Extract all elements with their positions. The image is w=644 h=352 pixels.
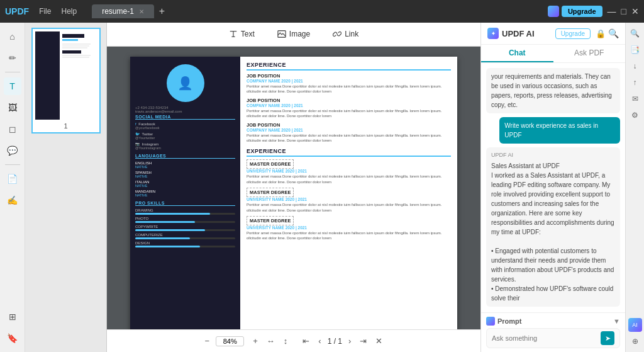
social-media-title: SOCIAL MEDIA (135, 115, 235, 120)
far-right-panel: 🔍 📑 ↓ ↑ ✉ ⚙ AI ⊕ (625, 23, 644, 352)
edu-1: MASTER DEGREE UNIVERSITY NAME 2020 | 202… (247, 159, 451, 185)
sidebar-page-icon[interactable]: 📄 (4, 170, 21, 188)
fr-ai-icon[interactable]: AI (628, 318, 642, 332)
ai-msg-2-text: Sales Assistant at UPDF I worked as a Sa… (491, 161, 615, 303)
resume-right-column: EXPERIENCE JOB POSITION COMPANY NAME 202… (240, 57, 457, 329)
edit-toolbar: Text Image Link (107, 23, 480, 47)
ai-search-icon[interactable]: 🔍 (608, 28, 619, 38)
tab-chat[interactable]: Chat (481, 45, 553, 62)
resume-content: 👤 +2 434-232-534234 travis.anderson@emai… (130, 57, 457, 329)
job-3-title: JOB POSITION (247, 122, 451, 128)
ai-upgrade-button[interactable]: Upgrade (555, 28, 591, 39)
social-media-list: f Facebook @yourfacebook 🐦 Twitter @Your… (135, 122, 235, 150)
job-3-company: COMPANY NAME 2020 | 2021 (247, 128, 451, 132)
pdf-area[interactable]: 👤 +2 434-232-534234 travis.anderson@emai… (107, 47, 480, 329)
sidebar-image-icon[interactable]: 🖼 (4, 99, 21, 116)
ai-send-button[interactable]: ➤ (601, 331, 614, 345)
lock-icon: 🔒 (596, 29, 606, 38)
ai-message-2: UPDF AI Sales Assistant at UPDF I worked… (486, 147, 620, 307)
window-controls: — □ ✕ (608, 6, 639, 16)
edu-3: MASTER DEGREE UNIVERSITY NAME 2020 | 202… (247, 216, 451, 241)
tab-close-icon[interactable]: ✕ (139, 8, 144, 15)
sidebar-layers-icon[interactable]: ⊞ (4, 308, 21, 326)
mini-resume (35, 31, 97, 120)
ai-tabs: Chat Ask PDF (481, 45, 625, 63)
fr-download-icon[interactable]: ↓ (628, 59, 642, 73)
link-icon (333, 30, 341, 38)
edu-3-degree: MASTER DEGREE (247, 216, 294, 225)
updf-icon (548, 6, 559, 17)
thumbnail-image (35, 31, 97, 120)
next-page-icon[interactable]: › (346, 335, 353, 347)
prev-page-icon[interactable]: ‹ (316, 335, 323, 347)
fr-share-icon[interactable]: ↑ (628, 76, 642, 89)
job-1: JOB POSITION COMPANY NAME 2020 | 2021 Po… (247, 73, 451, 94)
ai-message-1: your requirements and materials. They ca… (486, 68, 620, 113)
tab-ask-pdf[interactable]: Ask PDF (553, 45, 626, 62)
lang-spanish: SPANISHNATIVE (135, 171, 235, 178)
last-page-icon[interactable]: ⇥ (357, 335, 369, 347)
lang-italian: ITALIANNATIVE (135, 180, 235, 188)
edu-1-desc: Porttitor amet massa Done cporttitor dol… (247, 174, 451, 185)
job-1-desc: Porttitor amet massa Done cporttitor dol… (247, 84, 451, 94)
main-area: ⌂ ✏ T 🖼 ◻ 💬 📄 ✍ ⊞ 🔖 (0, 23, 644, 352)
edu-2-school: UNIVERSITY NAME 2020 | 2021 (247, 197, 451, 202)
skill-design: DESIGN (135, 241, 235, 247)
fr-bookmark-icon[interactable]: 📑 (628, 43, 642, 57)
ai-panel-header: ✦ UPDF AI Upgrade 🔒 🔍 (481, 23, 625, 45)
ai-input-area: ➤ (486, 328, 620, 348)
thumbnail-page-1[interactable]: 1 (31, 28, 101, 133)
sidebar-home-icon[interactable]: ⌂ (4, 28, 21, 45)
fr-plugin-icon[interactable]: ⊕ (628, 334, 642, 348)
instagram-value: @Yourinstagram (135, 146, 161, 150)
sidebar-sign-icon[interactable]: ✍ (4, 191, 21, 209)
zoom-input[interactable] (216, 336, 244, 346)
maximize-icon[interactable]: □ (621, 6, 626, 16)
resume-photo: 👤 (167, 64, 204, 102)
edu-3-school: UNIVERSITY NAME 2020 | 2021 (247, 225, 451, 230)
page-info: 1 / 1 (328, 337, 342, 346)
ai-footer: Prompt ▼ ➤ (481, 312, 625, 352)
close-view-icon[interactable]: ✕ (373, 335, 385, 347)
zoom-out-icon[interactable]: − (203, 335, 213, 347)
zoom-in-icon[interactable]: + (250, 335, 260, 347)
toolbar-link[interactable]: Link (321, 26, 370, 43)
fr-settings-icon[interactable]: ⚙ (628, 108, 642, 122)
job-3: JOB POSITION COMPANY NAME 2020 | 2021 Po… (247, 122, 451, 144)
sidebar-shapes-icon[interactable]: ◻ (4, 120, 21, 138)
sidebar-bookmark-icon[interactable]: 🔖 (4, 329, 21, 347)
toolbar-image[interactable]: Image (266, 26, 321, 43)
edu-1-degree: MASTER DEGREE (247, 159, 294, 169)
sidebar-edit-icon[interactable]: ✏ (4, 49, 21, 67)
facebook-value: @yourfacebook (135, 126, 160, 130)
toolbar-image-label: Image (289, 30, 310, 38)
text-icon (229, 30, 238, 38)
ai-header-actions: Upgrade 🔒 🔍 (555, 28, 619, 39)
edu-2-desc: Porttitor amet massa Done cporttitor dol… (247, 202, 451, 213)
skill-copywrite: COPYWRITE (135, 225, 235, 231)
minimize-icon[interactable]: — (608, 6, 616, 16)
pdf-page: 👤 +2 434-232-534234 travis.anderson@emai… (130, 57, 457, 329)
fit-page-icon[interactable]: ↕ (281, 335, 291, 347)
prompt-icon (486, 317, 495, 326)
fr-search-icon[interactable]: 🔍 (628, 26, 642, 40)
prompt-dropdown-icon[interactable]: ▼ (613, 317, 620, 325)
education-title: EXPERIENCE (247, 148, 451, 157)
resume-left-column: 👤 +2 434-232-534234 travis.anderson@emai… (130, 57, 240, 329)
upgrade-button[interactable]: Upgrade (562, 6, 602, 17)
tab-resume[interactable]: resume-1 ✕ (92, 4, 154, 18)
close-icon[interactable]: ✕ (631, 6, 639, 16)
job-2-company: COMPANY NAME 2020 | 2021 (247, 103, 451, 108)
first-page-icon[interactable]: ⇤ (300, 335, 312, 347)
resume-contact-phone: +2 434-232-534234 travis.anderson@email.… (135, 106, 235, 113)
menu-file[interactable]: File (39, 7, 51, 16)
ai-input[interactable] (492, 334, 601, 342)
sidebar-text-icon[interactable]: T (4, 77, 21, 95)
toolbar-text[interactable]: Text (218, 26, 266, 43)
left-sidebar: ⌂ ✏ T 🖼 ◻ 💬 📄 ✍ ⊞ 🔖 (0, 23, 25, 352)
fit-width-icon[interactable]: ↔ (264, 335, 277, 347)
menu-help[interactable]: Help (61, 7, 77, 16)
fr-mail-icon[interactable]: ✉ (628, 92, 642, 106)
sidebar-comment-icon[interactable]: 💬 (4, 142, 21, 159)
tab-add-icon[interactable]: + (159, 6, 165, 17)
